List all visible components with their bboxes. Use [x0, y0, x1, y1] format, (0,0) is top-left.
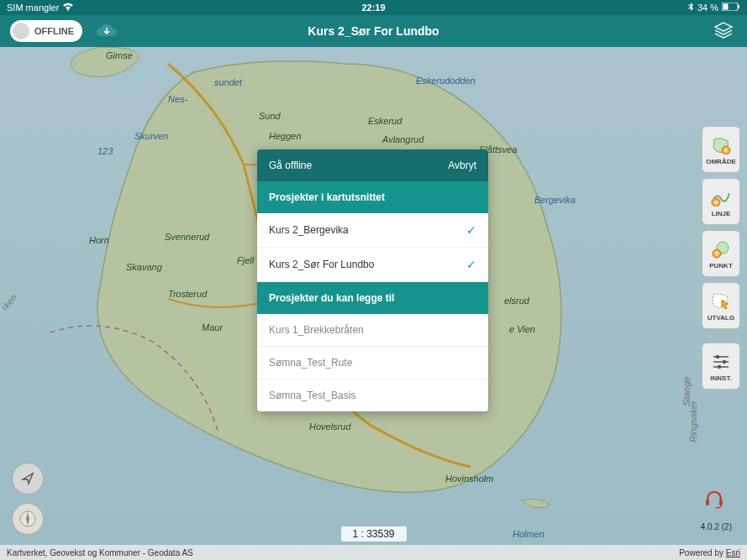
- wifi-icon: [62, 3, 74, 13]
- project-label: Sømna_Test_Rute: [269, 357, 352, 369]
- tool-point-button[interactable]: PUNKT: [702, 230, 740, 277]
- point-icon: [710, 238, 732, 260]
- map-scale: 1 : 33539: [340, 526, 406, 542]
- tool-label: INNST.: [710, 374, 731, 382]
- footer: Kartverket, Geovekst og Kommuner - Geoda…: [0, 545, 747, 560]
- headset-icon: [703, 488, 725, 510]
- cloud-download-button[interactable]: [92, 19, 121, 43]
- project-item-included[interactable]: Kurs 2_Sør For Lundbo ✓: [257, 248, 488, 282]
- selection-icon: [710, 290, 732, 312]
- svg-point-10: [723, 359, 726, 363]
- bluetooth-icon: [688, 3, 694, 13]
- project-label: Kurs 2_Bergevika: [269, 224, 349, 236]
- compass-icon: [18, 510, 37, 528]
- modal-cancel-button[interactable]: Avbryt: [448, 160, 476, 171]
- toggle-knob: [13, 23, 29, 39]
- esri-link[interactable]: Esri: [726, 548, 740, 557]
- tool-label: LINJE: [712, 210, 731, 217]
- tool-selection-button[interactable]: UTVALG: [702, 282, 740, 329]
- locate-button[interactable]: [12, 463, 44, 495]
- tool-panel: OMRÅDE LINJE PUNKT UTVALG INNST.: [702, 126, 740, 390]
- layers-button[interactable]: [710, 18, 737, 44]
- tool-label: UTVALG: [708, 314, 734, 322]
- location-arrow-icon: [20, 471, 35, 486]
- version-label: 4.0.2 (2): [701, 522, 732, 531]
- offline-modal: Gå offline Avbryt Prosjekter i kartutsni…: [257, 149, 488, 411]
- app-header: OFFLINE Kurs 2_Sør For Lundbo: [0, 15, 747, 47]
- battery-icon: [722, 3, 740, 13]
- line-icon: [710, 186, 732, 208]
- project-item-available[interactable]: Kurs 1_Brekkebråten: [257, 314, 488, 347]
- sim-status: SIM mangler: [7, 3, 59, 13]
- tool-settings-button[interactable]: INNST.: [702, 343, 740, 390]
- svg-rect-14: [706, 500, 709, 505]
- tool-label: PUNKT: [709, 262, 733, 270]
- status-bar: SIM mangler 22:19 34 %: [0, 0, 747, 15]
- tool-line-button[interactable]: LINJE: [702, 178, 740, 225]
- project-item-available[interactable]: Sømna_Test_Rute: [257, 347, 488, 379]
- svg-rect-1: [723, 4, 729, 10]
- check-icon: ✓: [466, 223, 476, 237]
- svg-rect-15: [719, 500, 723, 505]
- project-label: Sømna_Test_Basis: [269, 390, 355, 401]
- page-title: Kurs 2_Sør For Lundbo: [308, 24, 439, 38]
- powered-by: Powered by Esri: [679, 548, 740, 557]
- polygon-icon: [710, 134, 732, 156]
- tool-area-button[interactable]: OMRÅDE: [702, 126, 740, 173]
- modal-section-available: Prosjekter du kan legge til: [257, 282, 488, 314]
- battery-percent: 34 %: [697, 3, 718, 13]
- svg-point-12: [718, 364, 721, 368]
- modal-section-in-extent: Prosjekter i kartutsnittet: [257, 181, 488, 213]
- compass-button[interactable]: [12, 503, 44, 535]
- support-button[interactable]: [702, 486, 727, 511]
- modal-header: Gå offline Avbryt: [257, 149, 488, 181]
- sliders-icon: [710, 351, 732, 373]
- tool-label: OMRÅDE: [706, 158, 736, 165]
- svg-point-8: [716, 354, 719, 358]
- check-icon: ✓: [466, 258, 476, 271]
- modal-title: Gå offline: [269, 160, 312, 171]
- attribution-text: Kartverket, Geovekst og Kommuner - Geoda…: [7, 548, 193, 557]
- offline-toggle[interactable]: OFFLINE: [10, 20, 82, 42]
- project-label: Kurs 1_Brekkebråten: [269, 324, 364, 336]
- project-item-available[interactable]: Sømna_Test_Basis: [257, 379, 488, 411]
- offline-label: OFFLINE: [34, 26, 74, 36]
- svg-rect-2: [738, 5, 739, 8]
- project-label: Kurs 2_Sør For Lundbo: [269, 259, 374, 270]
- status-time: 22:19: [361, 3, 385, 13]
- project-item-included[interactable]: Kurs 2_Bergevika ✓: [257, 213, 488, 248]
